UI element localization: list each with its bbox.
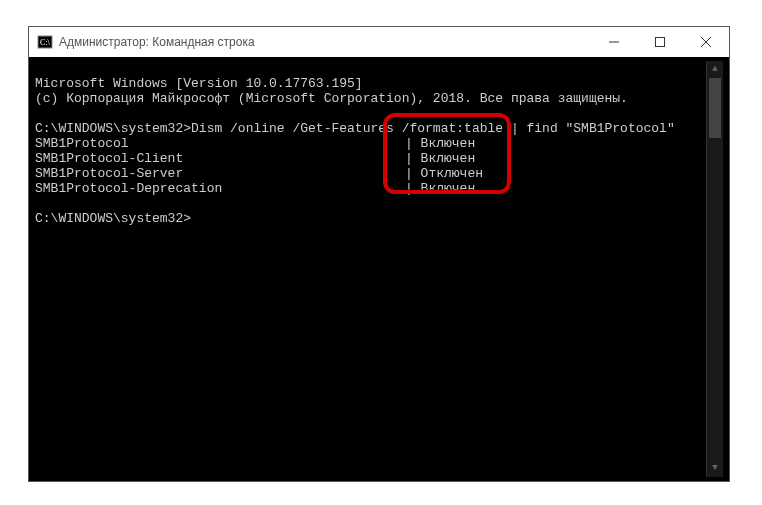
- cmd-window: C:\ Администратор: Командная строка Micr…: [28, 26, 730, 482]
- window-title: Администратор: Командная строка: [59, 35, 255, 49]
- close-button[interactable]: [683, 27, 729, 57]
- command-text: Dism /online /Get-Features /format:table…: [191, 121, 675, 136]
- feature-state: Включен: [421, 136, 476, 151]
- feature-row: SMB1Protocol-Deprecation| Включен: [35, 181, 706, 196]
- maximize-button[interactable]: [637, 27, 683, 57]
- feature-name: SMB1Protocol-Client: [35, 151, 405, 166]
- feature-name: SMB1Protocol-Server: [35, 166, 405, 181]
- feature-name: SMB1Protocol-Deprecation: [35, 181, 405, 196]
- feature-state: Отключен: [421, 166, 483, 181]
- feature-name: SMB1Protocol: [35, 136, 405, 151]
- feature-row: SMB1Protocol-Client| Включен: [35, 151, 706, 166]
- header-line-1: Microsoft Windows [Version 10.0.17763.19…: [35, 76, 363, 91]
- prompt-1: C:\WINDOWS\system32>: [35, 121, 191, 136]
- feature-sep: |: [405, 166, 421, 181]
- titlebar[interactable]: C:\ Администратор: Командная строка: [29, 27, 729, 57]
- vertical-scrollbar[interactable]: ▲ ▼: [706, 61, 723, 477]
- prompt-2: C:\WINDOWS\system32>: [35, 211, 191, 226]
- feature-row: SMB1Protocol| Включен: [35, 136, 706, 151]
- feature-sep: |: [405, 181, 421, 196]
- feature-state: Включен: [421, 151, 476, 166]
- feature-sep: |: [405, 151, 421, 166]
- scrollbar-thumb[interactable]: [709, 78, 721, 138]
- terminal-content: Microsoft Windows [Version 10.0.17763.19…: [35, 61, 706, 477]
- cmd-icon: C:\: [37, 34, 53, 50]
- svg-text:C:\: C:\: [40, 38, 51, 47]
- scrollbar-up-icon[interactable]: ▲: [707, 61, 723, 78]
- terminal-area[interactable]: Microsoft Windows [Version 10.0.17763.19…: [29, 57, 729, 481]
- feature-row: SMB1Protocol-Server| Отключен: [35, 166, 706, 181]
- feature-sep: |: [405, 136, 421, 151]
- svg-rect-3: [656, 38, 665, 47]
- scrollbar-down-icon[interactable]: ▼: [707, 460, 723, 477]
- minimize-button[interactable]: [591, 27, 637, 57]
- feature-state: Включен: [421, 181, 476, 196]
- header-line-2: (c) Корпорация Майкрософт (Microsoft Cor…: [35, 91, 628, 106]
